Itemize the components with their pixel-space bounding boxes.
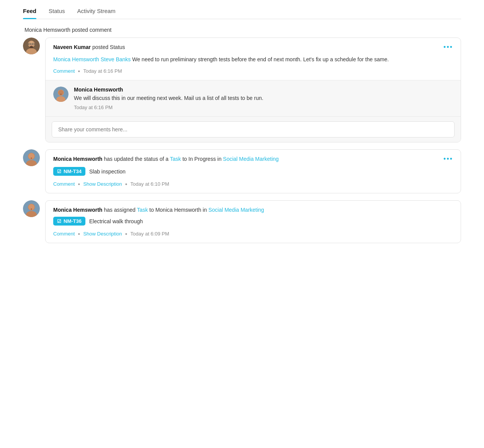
comment-text: We will discuss this in our meeting next… — [74, 94, 453, 102]
more-options-button[interactable]: ••• — [443, 43, 453, 51]
card-title: Naveen Kumar posted Status — [53, 44, 125, 50]
task-icon: ☑ — [57, 219, 61, 224]
card-main: Naveen Kumar posted Status ••• Monica He… — [46, 38, 461, 80]
card-meta: Comment ● Show Description ● Today at 6:… — [53, 181, 453, 187]
card-meta: Comment ● Today at 6:16 PM — [53, 68, 453, 74]
comment-section: Monica Hemsworth We will discuss this in… — [46, 80, 461, 142]
avatar — [23, 200, 40, 217]
task-link[interactable]: Task — [170, 156, 181, 162]
mention-link-steve[interactable]: Steve Banks — [101, 56, 132, 62]
task-row: ☑ NM-T34 Slab inspection — [53, 167, 453, 176]
comment-link[interactable]: Comment — [53, 181, 75, 187]
comment-input[interactable] — [52, 121, 455, 137]
card-main: Monica Hemsworth has assigned Task to Mo… — [46, 201, 461, 243]
card-title: Monica Hemsworth has assigned Task to Mo… — [53, 207, 264, 213]
feed-item: Monica Hemsworth has assigned Task to Mo… — [23, 200, 461, 243]
task-icon: ☑ — [57, 169, 61, 174]
svg-point-18 — [31, 158, 32, 159]
show-description-link[interactable]: Show Description — [83, 181, 122, 187]
post-card: Monica Hemsworth has updated the status … — [45, 149, 461, 193]
post-card: Naveen Kumar posted Status ••• Monica He… — [45, 38, 461, 142]
comment-item: Monica Hemsworth We will discuss this in… — [46, 80, 461, 117]
task-name: Electrical walk through — [89, 218, 143, 224]
more-options-button[interactable]: ••• — [443, 155, 453, 163]
tabs-bar: Feed Status Activity Stream — [23, 0, 461, 19]
project-link[interactable]: Social Media Marketing — [208, 207, 264, 213]
comment-content: Monica Hemsworth We will discuss this in… — [74, 87, 453, 110]
avatar — [23, 149, 40, 166]
mention-link-monica[interactable]: Monica Hemsworth — [53, 56, 101, 62]
comment-avatar — [53, 87, 69, 102]
feed-item: Monica Hemsworth has updated the status … — [23, 149, 461, 193]
section-header: Monica Hemsworth posted comment — [23, 27, 461, 33]
task-link[interactable]: Task — [137, 207, 148, 213]
tab-feed[interactable]: Feed — [23, 8, 36, 19]
show-description-link[interactable]: Show Description — [83, 231, 122, 237]
comment-input-wrapper — [46, 117, 461, 142]
task-badge[interactable]: ☑ NM-T34 — [53, 167, 85, 176]
comment-timestamp: Today at 6:16 PM — [74, 105, 453, 110]
tab-activity-stream[interactable]: Activity Stream — [77, 8, 116, 19]
feed-item: Naveen Kumar posted Status ••• Monica He… — [23, 38, 461, 142]
card-main: Monica Hemsworth has updated the status … — [46, 150, 461, 193]
card-title: Monica Hemsworth has updated the status … — [53, 156, 279, 162]
card-header: Monica Hemsworth has assigned Task to Mo… — [53, 207, 453, 213]
comment-link[interactable]: Comment — [53, 231, 75, 237]
card-header: Naveen Kumar posted Status ••• — [53, 44, 453, 51]
comment-author: Monica Hemsworth — [74, 87, 453, 93]
svg-point-13 — [60, 94, 62, 95]
project-link[interactable]: Social Media Marketing — [223, 156, 279, 162]
comment-link[interactable]: Comment — [53, 68, 75, 74]
task-name: Slab inspection — [89, 168, 126, 175]
svg-point-8 — [29, 46, 33, 48]
task-id: NM-T36 — [64, 218, 82, 224]
task-badge[interactable]: ☑ NM-T36 — [53, 217, 85, 226]
card-body: Monica Hemsworth Steve Banks We need to … — [53, 55, 453, 64]
card-header: Monica Hemsworth has updated the status … — [53, 156, 453, 163]
card-meta: Comment ● Show Description ● Today at 6:… — [53, 231, 453, 237]
post-card: Monica Hemsworth has assigned Task to Mo… — [45, 200, 461, 243]
svg-point-23 — [31, 209, 32, 210]
avatar — [23, 38, 40, 54]
tab-status[interactable]: Status — [49, 8, 65, 19]
task-row: ☑ NM-T36 Electrical walk through — [53, 217, 453, 226]
task-id: NM-T34 — [64, 168, 82, 174]
